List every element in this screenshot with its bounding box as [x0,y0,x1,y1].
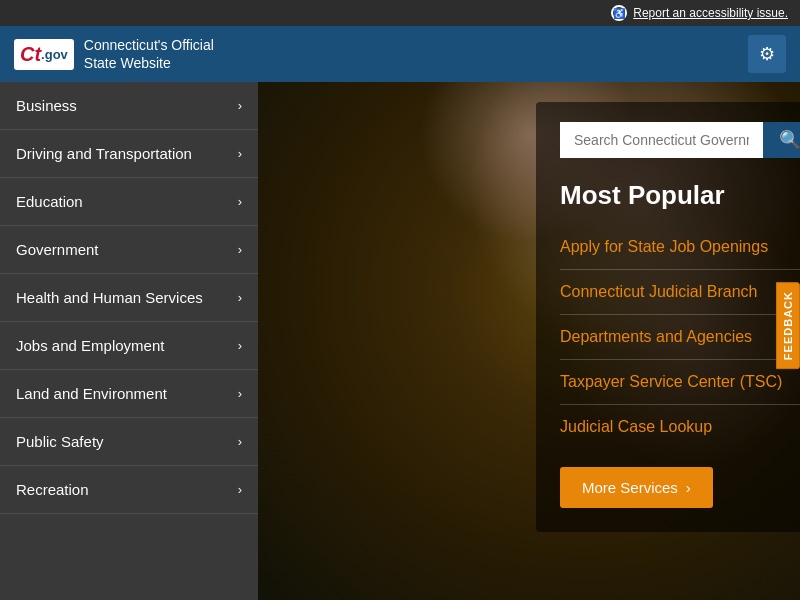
sidebar-item-driving[interactable]: Driving and Transportation › [0,130,258,178]
popular-item-departments-link[interactable]: Departments and Agencies › [560,315,800,360]
chevron-right-icon: › [238,482,242,497]
search-row: 🔍 [560,122,800,158]
sidebar-item-public-safety[interactable]: Public Safety › [0,418,258,466]
nav-item-label: Government [16,240,230,260]
chevron-right-icon: › [238,98,242,113]
chevron-right-icon: › [238,290,242,305]
chevron-right-icon: › [238,386,242,401]
sidebar-item-health[interactable]: Health and Human Services › [0,274,258,322]
more-services-button[interactable]: More Services › [560,467,713,508]
popular-item-judicial-case-link[interactable]: Judicial Case Lookup › [560,405,800,449]
popular-item-taxpayer-link[interactable]: Taxpayer Service Center (TSC) › [560,360,800,405]
sidebar-item-jobs[interactable]: Jobs and Employment › [0,322,258,370]
content-card: 🔍 Most Popular Apply for State Job Openi… [536,102,800,532]
ct-gov-logo[interactable]: Ct.gov [14,39,74,70]
search-icon: 🔍 [779,130,800,150]
nav-item-label: Recreation [16,480,230,500]
navigation-sidebar: Business › Driving and Transportation › … [0,82,258,600]
nav-item-label: Public Safety [16,432,230,452]
right-panel: 🔍 Most Popular Apply for State Job Openi… [258,82,800,600]
chevron-right-icon: › [686,479,691,496]
sidebar-item-business[interactable]: Business › [0,82,258,130]
nav-item-label: Health and Human Services [16,288,230,308]
sidebar-item-government[interactable]: Government › [0,226,258,274]
popular-item-label: Departments and Agencies [560,328,752,346]
hero-background: 🔍 Most Popular Apply for State Job Openi… [258,82,800,600]
accessibility-link[interactable]: Report an accessibility issue. [633,6,788,20]
chevron-right-icon: › [238,194,242,209]
nav-item-label: Land and Environment [16,384,230,404]
popular-item-judicial-link[interactable]: Connecticut Judicial Branch › [560,270,800,315]
popular-item-label: Taxpayer Service Center (TSC) [560,373,782,391]
accessibility-bar: ♿ Report an accessibility issue. [0,0,800,26]
more-services-label: More Services [582,479,678,496]
feedback-wrapper[interactable]: FEEDBACK [776,282,800,369]
most-popular-heading: Most Popular [560,180,800,211]
popular-item-label: Judicial Case Lookup [560,418,712,436]
popular-items-list: Apply for State Job Openings › Connectic… [560,225,800,449]
feedback-tab[interactable]: FEEDBACK [776,282,800,369]
search-input[interactable] [560,122,763,158]
chevron-right-icon: › [238,242,242,257]
logo-area: Ct.gov Connecticut's Official State Webs… [14,36,214,72]
nav-item-label: Education [16,192,230,212]
popular-item-jobs-link[interactable]: Apply for State Job Openings › [560,225,800,270]
site-title: Connecticut's Official State Website [84,36,214,72]
chevron-right-icon: › [238,146,242,161]
nav-item-label: Jobs and Employment [16,336,230,356]
popular-item-label: Apply for State Job Openings [560,238,768,256]
settings-button[interactable]: ⚙ [748,35,786,73]
nav-item-label: Driving and Transportation [16,144,230,164]
main-content: Business › Driving and Transportation › … [0,82,800,600]
sidebar-item-land[interactable]: Land and Environment › [0,370,258,418]
nav-item-label: Business [16,96,230,116]
search-button[interactable]: 🔍 [763,122,800,158]
logo-gov-text: .gov [41,47,68,62]
chevron-right-icon: › [238,338,242,353]
sidebar-item-recreation[interactable]: Recreation › [0,466,258,514]
popular-item-label: Connecticut Judicial Branch [560,283,757,301]
sidebar-item-education[interactable]: Education › [0,178,258,226]
site-header: Ct.gov Connecticut's Official State Webs… [0,26,800,82]
accessibility-icon: ♿ [611,5,627,21]
chevron-right-icon: › [238,434,242,449]
logo-ct-text: Ct [20,43,41,66]
gear-icon: ⚙ [759,43,775,65]
